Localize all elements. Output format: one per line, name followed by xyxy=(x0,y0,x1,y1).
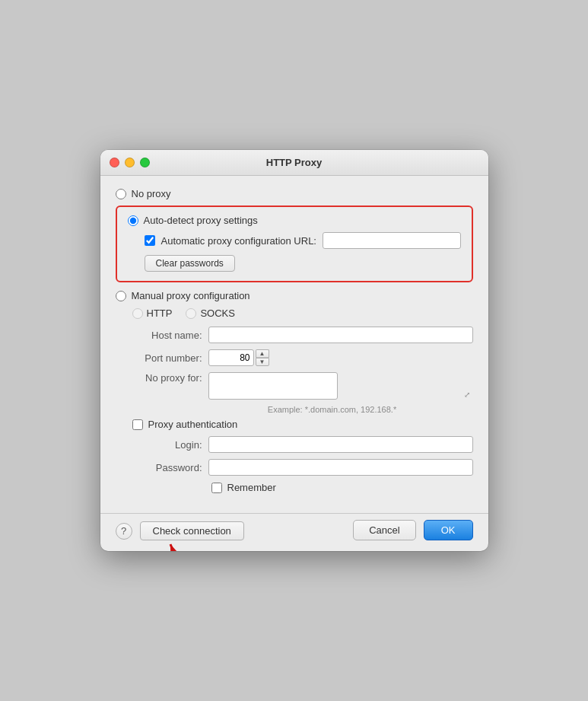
port-stepper: ▲ ▼ xyxy=(256,349,269,366)
dialog-content: No proxy Auto-detect proxy settings Auto… xyxy=(100,176,488,513)
no-proxy-label: No proxy xyxy=(132,188,171,199)
port-number-input[interactable] xyxy=(208,349,254,366)
auto-detect-options: Automatic proxy configuration URL: Clear… xyxy=(145,232,461,272)
traffic-lights xyxy=(110,158,150,167)
no-proxy-radio[interactable] xyxy=(116,189,126,199)
password-label: Password: xyxy=(132,462,208,473)
manual-proxy-section: Manual proxy configuration HTTP SOCKS Ho… xyxy=(116,290,473,493)
proxy-auth-checkbox[interactable] xyxy=(132,419,143,430)
auto-detect-label: Auto-detect proxy settings xyxy=(144,215,258,226)
close-button[interactable] xyxy=(110,158,119,167)
http-radio[interactable] xyxy=(132,308,143,319)
proxy-auth-row: Proxy authentication xyxy=(132,419,473,430)
port-increment-button[interactable]: ▲ xyxy=(256,349,269,358)
bottom-left: ? Check connection xyxy=(116,521,244,540)
help-button[interactable]: ? xyxy=(116,523,132,540)
manual-proxy-radio[interactable] xyxy=(116,291,126,301)
host-name-row: Host name: xyxy=(132,327,473,343)
minimize-button[interactable] xyxy=(125,158,135,167)
auto-detect-box: Auto-detect proxy settings Automatic pro… xyxy=(116,206,473,282)
proxy-url-input[interactable] xyxy=(323,232,461,249)
auto-detect-row: Auto-detect proxy settings xyxy=(128,215,461,226)
login-label: Login: xyxy=(132,439,208,451)
no-proxy-textarea-wrap: ⤢ xyxy=(208,372,473,402)
manual-proxy-row: Manual proxy configuration xyxy=(116,290,473,301)
maximize-button[interactable] xyxy=(140,158,150,167)
titlebar: HTTP Proxy xyxy=(100,150,488,176)
remember-row: Remember xyxy=(211,482,473,493)
http-option: HTTP xyxy=(132,307,173,319)
red-arrow-annotation xyxy=(155,537,208,551)
remember-label: Remember xyxy=(227,482,276,493)
host-name-label: Host name: xyxy=(132,330,208,341)
auto-proxy-url-label: Automatic proxy configuration URL: xyxy=(161,235,316,247)
proxy-url-row: Automatic proxy configuration URL: xyxy=(145,232,461,249)
expand-icon: ⤢ xyxy=(464,390,470,399)
port-decrement-button[interactable]: ▼ xyxy=(256,358,269,366)
socks-label: SOCKS xyxy=(200,307,235,319)
host-name-input[interactable] xyxy=(208,327,473,343)
no-proxy-for-input[interactable] xyxy=(208,372,338,400)
clear-passwords-button[interactable]: Clear passwords xyxy=(145,255,235,272)
no-proxy-for-label: No proxy for: xyxy=(132,372,208,384)
http-proxy-dialog: HTTP Proxy No proxy Auto-detect proxy se… xyxy=(100,150,488,551)
window-title: HTTP Proxy xyxy=(266,157,322,168)
example-text: Example: *.domain.com, 192.168.* xyxy=(192,405,473,414)
socks-option: SOCKS xyxy=(186,307,235,319)
password-input[interactable] xyxy=(208,459,473,476)
remember-checkbox[interactable] xyxy=(211,483,222,493)
login-row: Login: xyxy=(132,436,473,453)
password-row: Password: xyxy=(132,459,473,476)
cancel-button[interactable]: Cancel xyxy=(353,520,415,540)
http-label: HTTP xyxy=(147,307,173,319)
bottom-bar: ? Check connection Cancel OK xyxy=(100,514,488,551)
auto-proxy-url-checkbox[interactable] xyxy=(145,235,155,246)
bottom-right-buttons: Cancel OK xyxy=(353,520,472,540)
port-number-label: Port number: xyxy=(132,352,208,364)
port-number-row: Port number: ▲ ▼ xyxy=(132,349,473,366)
manual-proxy-label: Manual proxy configuration xyxy=(132,290,250,301)
port-input-wrap: ▲ ▼ xyxy=(208,349,269,366)
login-input[interactable] xyxy=(208,436,473,453)
socks-radio[interactable] xyxy=(186,308,196,319)
ok-button[interactable]: OK xyxy=(424,520,473,540)
no-proxy-row: No proxy xyxy=(116,188,473,199)
no-proxy-for-row: No proxy for: ⤢ xyxy=(132,372,473,402)
proxy-auth-label: Proxy authentication xyxy=(148,419,238,430)
auto-detect-radio[interactable] xyxy=(128,215,138,226)
protocol-row: HTTP SOCKS xyxy=(132,307,473,319)
